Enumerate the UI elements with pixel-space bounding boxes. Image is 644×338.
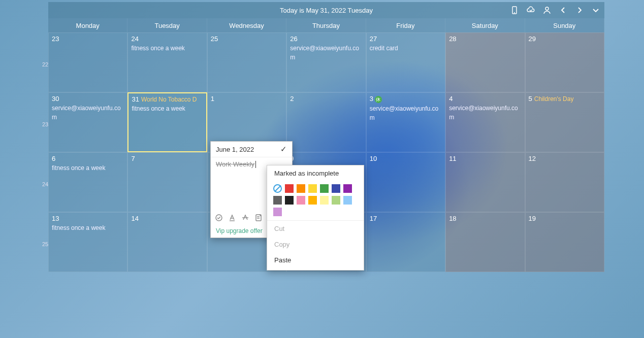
day-header: Thursday bbox=[286, 18, 366, 32]
chevron-down-icon[interactable] bbox=[591, 6, 600, 15]
day-number: 3 bbox=[370, 95, 373, 103]
color-swatch[interactable] bbox=[320, 196, 329, 205]
week-number-column: 22 23 24 25 bbox=[42, 35, 48, 274]
event-text[interactable]: credit card bbox=[370, 44, 442, 53]
context-menu: Marked as incomplete Cut Copy Paste bbox=[267, 165, 364, 271]
calendar-cell[interactable]: 5Children's Day bbox=[525, 92, 604, 152]
holiday-badge: 休 bbox=[375, 96, 382, 103]
color-swatch[interactable] bbox=[332, 184, 340, 193]
ctx-cut[interactable]: Cut bbox=[267, 221, 364, 236]
calendar-cell[interactable]: 29 bbox=[525, 32, 604, 92]
calendar-cell[interactable]: 19 bbox=[525, 212, 604, 272]
day-headers: Monday Tuesday Wednesday Thursday Friday… bbox=[48, 18, 604, 32]
titlebar-actions bbox=[510, 2, 600, 18]
color-swatch[interactable] bbox=[320, 184, 329, 193]
day-header: Tuesday bbox=[127, 18, 207, 32]
calendar-cell[interactable]: 6fitness once a week bbox=[48, 152, 127, 212]
editor-date: June 1, 2022 bbox=[216, 146, 254, 153]
confirm-check-icon[interactable]: ✓ bbox=[280, 145, 287, 154]
calendar-cell[interactable]: 3休service@xiaoweiyunfu.com bbox=[366, 92, 445, 152]
ctx-mark-incomplete[interactable]: Marked as incomplete bbox=[267, 165, 364, 181]
day-number: 19 bbox=[529, 215, 536, 222]
calendar-cell[interactable]: 11 bbox=[445, 152, 525, 212]
calendar-cell[interactable]: 26service@xiaoweiyunfu.com bbox=[286, 32, 366, 92]
titlebar: Today is May 31, 2022 Tuesday bbox=[48, 2, 604, 18]
back-icon[interactable] bbox=[559, 6, 568, 15]
holiday-label: World No Tobacco D bbox=[141, 96, 197, 103]
day-header: Monday bbox=[48, 18, 127, 32]
font-color-icon[interactable] bbox=[228, 214, 236, 223]
svg-point-2 bbox=[545, 7, 549, 10]
day-header: Saturday bbox=[445, 18, 525, 32]
calendar-cell[interactable]: 18 bbox=[445, 212, 525, 272]
calendar-cell[interactable]: 2 bbox=[286, 92, 366, 152]
week-num: 24 bbox=[42, 154, 48, 214]
color-swatch[interactable] bbox=[285, 184, 294, 193]
cloud-sync-icon[interactable] bbox=[526, 6, 535, 15]
calendar-cell[interactable]: 10 bbox=[366, 152, 445, 212]
color-swatch[interactable] bbox=[343, 184, 352, 193]
strikethrough-icon[interactable] bbox=[241, 214, 249, 223]
day-number: 5 bbox=[529, 95, 532, 103]
device-icon[interactable] bbox=[510, 6, 519, 15]
day-number: 4 bbox=[449, 95, 453, 103]
day-number: 29 bbox=[529, 35, 536, 43]
day-number: 11 bbox=[449, 155, 456, 162]
calendar-cell[interactable]: 28 bbox=[445, 32, 525, 92]
day-number: 17 bbox=[370, 215, 377, 222]
week-num: 22 bbox=[42, 35, 48, 94]
day-number: 18 bbox=[449, 215, 456, 222]
calendar-cell[interactable]: 12 bbox=[525, 152, 604, 212]
color-swatch[interactable] bbox=[273, 208, 282, 216]
color-swatch[interactable] bbox=[297, 184, 305, 193]
calendar-cell[interactable]: 7 bbox=[127, 152, 207, 212]
event-text[interactable]: service@xiaoweiyunfu.com bbox=[370, 104, 442, 122]
day-header: Wednesday bbox=[207, 18, 286, 32]
ctx-paste[interactable]: Paste bbox=[267, 252, 364, 268]
day-number: 14 bbox=[131, 215, 138, 222]
event-text[interactable]: fitness once a week bbox=[131, 44, 203, 53]
calendar-cell[interactable]: 23 bbox=[48, 32, 127, 92]
calendar-cell[interactable]: 27credit card bbox=[366, 32, 445, 92]
color-swatch[interactable] bbox=[332, 196, 340, 205]
calendar-cell[interactable]: 24fitness once a week bbox=[127, 32, 207, 92]
complete-toggle-icon[interactable] bbox=[215, 214, 223, 223]
color-swatch[interactable] bbox=[273, 184, 282, 193]
svg-point-3 bbox=[216, 215, 222, 221]
day-number: 30 bbox=[52, 95, 59, 103]
color-swatch[interactable] bbox=[297, 196, 305, 205]
color-swatch[interactable] bbox=[308, 196, 317, 205]
calendar-cell[interactable]: 31World No Tobacco Dfitness once a week bbox=[127, 92, 207, 152]
editor-date-row: June 1, 2022 ✓ bbox=[211, 142, 292, 157]
event-text[interactable]: fitness once a week bbox=[132, 104, 203, 113]
calendar-cell[interactable]: 30service@xiaoweiyunfu.com bbox=[48, 92, 127, 152]
note-icon[interactable] bbox=[254, 214, 263, 223]
week-num: 23 bbox=[42, 94, 48, 154]
event-text[interactable]: service@xiaoweiyunfu.com bbox=[290, 44, 362, 62]
color-swatch[interactable] bbox=[285, 196, 294, 205]
day-number: 27 bbox=[370, 35, 377, 43]
color-swatch[interactable] bbox=[273, 196, 282, 205]
event-text[interactable]: service@xiaoweiyunfu.com bbox=[52, 104, 124, 122]
day-number: 6 bbox=[52, 155, 55, 162]
ctx-copy[interactable]: Copy bbox=[267, 236, 364, 252]
event-text[interactable]: fitness once a week bbox=[52, 163, 124, 173]
calendar-cell[interactable]: 25 bbox=[207, 32, 286, 92]
day-header: Friday bbox=[366, 18, 445, 32]
day-number: 31 bbox=[132, 95, 139, 103]
day-number: 1 bbox=[211, 95, 214, 103]
day-number: 28 bbox=[449, 35, 456, 43]
color-swatch[interactable] bbox=[308, 184, 317, 193]
forward-icon[interactable] bbox=[575, 6, 584, 15]
calendar-cell[interactable]: 17 bbox=[366, 212, 445, 272]
calendar-cell[interactable]: 4service@xiaoweiyunfu.com bbox=[445, 92, 525, 152]
color-swatch[interactable] bbox=[343, 196, 352, 205]
week-num: 25 bbox=[42, 214, 48, 274]
editor-task-text: Work Weekly bbox=[216, 160, 254, 168]
event-text[interactable]: service@xiaoweiyunfu.com bbox=[449, 104, 521, 122]
event-text[interactable]: fitness once a week bbox=[52, 223, 124, 232]
calendar-cell[interactable]: 14 bbox=[127, 212, 207, 272]
calendar-cell[interactable]: 13fitness once a week bbox=[48, 212, 127, 272]
user-icon[interactable] bbox=[542, 6, 552, 15]
day-header: Sunday bbox=[525, 18, 604, 32]
